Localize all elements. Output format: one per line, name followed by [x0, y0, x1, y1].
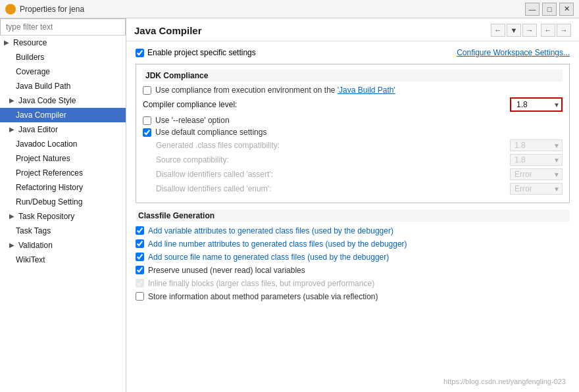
sidebar-item-label: Project References — [16, 167, 83, 179]
sidebar-item-validation[interactable]: ▶ Validation — [0, 238, 126, 253]
sidebar-item-label: Task Tags — [16, 225, 51, 237]
sidebar-item-project-natures[interactable]: Project Natures — [0, 151, 126, 166]
nav-back-button[interactable]: ← — [491, 24, 505, 37]
disallow-assert-row: Disallow identifiers called 'assert': Er… — [143, 168, 563, 180]
enable-project-settings-checkbox[interactable] — [136, 49, 144, 57]
configure-workspace-link[interactable]: Configure Workspace Settings... — [457, 48, 570, 57]
cb5-row: Inline finally blocks (larger class file… — [136, 278, 570, 289]
sidebar-item-label: Javadoc Location — [16, 138, 77, 150]
cb2-label: Add line number attributes to generated … — [148, 239, 407, 249]
sidebar-item-resource[interactable]: ▶ Resource — [0, 36, 126, 50]
use-default-row: Use default compliance settings — [143, 128, 563, 137]
close-button[interactable]: ✕ — [559, 3, 574, 16]
cb4-row: Preserve unused (never read) local varia… — [136, 265, 570, 276]
sidebar-item-wikitext[interactable]: WikiText — [0, 253, 126, 267]
compiler-compliance-label: Compiler compliance level: — [143, 100, 237, 109]
arrow-icon: ▶ — [9, 124, 14, 135]
sidebar-item-builders[interactable]: Builders — [0, 50, 126, 64]
enable-project-settings-label[interactable]: Enable project specific settings — [147, 48, 256, 57]
enable-settings-row: Enable project specific settings Configu… — [136, 48, 570, 57]
sidebar-item-java-build-path[interactable]: Java Build Path — [0, 79, 126, 93]
sidebar-item-run-debug[interactable]: Run/Debug Setting — [0, 195, 126, 209]
disallow-assert-select: Error — [510, 168, 563, 180]
disallow-assert-label: Disallow identifiers called 'assert': — [156, 170, 510, 179]
classfile-section: Classfile Generation Add variable attrib… — [136, 210, 570, 302]
titlebar-title: Properties for jena — [20, 5, 84, 14]
cb2-checkbox[interactable] — [136, 239, 144, 248]
use-compliance-label: Use compliance from execution environmen… — [155, 86, 395, 95]
titlebar: Properties for jena — □ ✕ — [0, 0, 579, 18]
sidebar-item-java-compiler[interactable]: Java Compiler — [0, 108, 126, 122]
sidebar-item-java-code-style[interactable]: ▶ Java Code Style — [0, 93, 126, 108]
sidebar-item-label: Java Code Style — [18, 95, 76, 107]
minimize-button[interactable]: — — [525, 3, 540, 16]
sidebar-item-label: Validation — [18, 239, 53, 251]
titlebar-left: Properties for jena — [5, 4, 84, 14]
generated-class-select: 1.8 — [510, 139, 563, 151]
arrow-icon: ▶ — [9, 239, 14, 251]
use-default-label: Use default compliance settings — [155, 128, 266, 137]
nav-buttons[interactable]: ← ▼ → ← → — [491, 24, 571, 37]
maximize-button[interactable]: □ — [542, 3, 557, 16]
arrow-icon: ▶ — [4, 37, 9, 49]
nav-back2-button[interactable]: ← — [541, 24, 555, 37]
cb3-checkbox[interactable] — [136, 253, 144, 261]
cb1-checkbox[interactable] — [136, 226, 144, 235]
jdk-compliance-title: JDK Compliance — [143, 70, 563, 82]
enable-left: Enable project specific settings — [136, 48, 256, 57]
sidebar-item-project-references[interactable]: Project References — [0, 166, 126, 180]
compiler-compliance-row: Compiler compliance level: 1.8 1.7 1.6 1… — [143, 97, 563, 112]
classfile-title: Classfile Generation — [136, 210, 570, 222]
cb5-checkbox[interactable] — [136, 279, 144, 287]
nav-dropdown-button[interactable]: ▼ — [507, 24, 521, 37]
cb6-label: Store information about method parameter… — [148, 291, 378, 302]
cb4-label: Preserve unused (never read) local varia… — [148, 265, 305, 276]
sidebar-item-label: Builders — [16, 51, 44, 63]
nav-forward2-button[interactable]: → — [557, 24, 571, 37]
source-compat-row: Source compatibility: 1.8 ▼ — [143, 154, 563, 166]
use-release-checkbox[interactable] — [143, 116, 151, 125]
sidebar-item-java-editor[interactable]: ▶ Java Editor — [0, 122, 126, 137]
sidebar-item-label: Task Repository — [18, 210, 74, 222]
generated-class-row: Generated .class files compatibility: 1.… — [143, 139, 563, 151]
source-compat-select: 1.8 — [510, 154, 563, 166]
disallow-enum-row: Disallow identifiers called 'enum': Erro… — [143, 183, 563, 195]
titlebar-controls[interactable]: — □ ✕ — [525, 3, 574, 16]
filter-input[interactable] — [0, 18, 126, 36]
sidebar-item-label: Project Natures — [16, 153, 70, 164]
sidebar-item-coverage[interactable]: Coverage — [0, 64, 126, 79]
compiler-compliance-select-wrap[interactable]: 1.8 1.7 1.6 11 ▼ — [510, 97, 563, 112]
sidebar-item-label: Refactoring History — [16, 182, 83, 193]
use-default-checkbox[interactable] — [143, 128, 151, 137]
sidebar-item-task-repository[interactable]: ▶ Task Repository — [0, 209, 126, 224]
sidebar-item-label: Coverage — [16, 66, 50, 78]
use-compliance-row: Use compliance from execution environmen… — [143, 86, 563, 95]
sidebar-item-label: Java Editor — [18, 124, 58, 135]
disallow-assert-select-wrap: Error ▼ — [510, 168, 563, 180]
cb1-label: Add variable attributes to generated cla… — [148, 226, 393, 236]
sidebar-item-label: Run/Debug Setting — [16, 196, 82, 208]
java-build-path-link[interactable]: 'Java Build Path' — [338, 86, 395, 95]
cb5-label: Inline finally blocks (larger class file… — [148, 278, 374, 289]
sidebar-item-label: Java Build Path — [16, 80, 70, 92]
cb1-row: Add variable attributes to generated cla… — [136, 226, 570, 236]
source-compat-select-wrap: 1.8 ▼ — [510, 154, 563, 166]
compiler-compliance-select[interactable]: 1.8 1.7 1.6 11 — [510, 97, 563, 112]
disallow-enum-select-wrap: Error ▼ — [510, 183, 563, 195]
source-compat-label: Source compatibility: — [156, 155, 510, 164]
arrow-icon: ▶ — [9, 95, 14, 107]
arrow-icon: ▶ — [9, 210, 14, 222]
sidebar-item-javadoc-location[interactable]: Javadoc Location — [0, 137, 126, 151]
use-compliance-checkbox[interactable] — [143, 86, 151, 95]
cb6-row: Store information about method parameter… — [136, 291, 570, 302]
main-layout: ▶ Resource Builders Coverage Java Build … — [0, 18, 579, 392]
sidebar-item-task-tags[interactable]: Task Tags — [0, 224, 126, 238]
nav-forward-button[interactable]: → — [522, 24, 537, 37]
sidebar-item-refactoring-history[interactable]: Refactoring History — [0, 180, 126, 195]
disallow-enum-select: Error — [510, 183, 563, 195]
jdk-compliance-section: JDK Compliance Use compliance from execu… — [136, 64, 570, 203]
cb4-checkbox[interactable] — [136, 266, 144, 274]
cb6-checkbox[interactable] — [136, 292, 144, 301]
cb3-row: Add source file name to generated class … — [136, 252, 570, 262]
app-icon — [5, 4, 16, 14]
